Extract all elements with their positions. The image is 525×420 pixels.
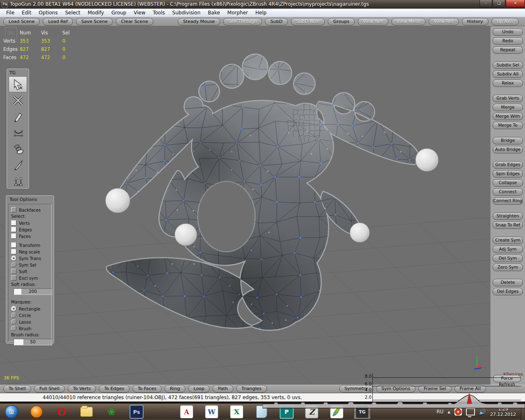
option-lasso[interactable]: Lasso — [11, 319, 51, 325]
toggle-history[interactable]: History — [462, 18, 488, 25]
rp-btn-connect-ring[interactable]: Connect Ring — [493, 197, 523, 205]
maximize-button[interactable]: ❏ — [493, 0, 505, 7]
bb-btn-path[interactable]: Path — [212, 385, 233, 393]
option-sym-sel[interactable]: Sym Sel — [11, 262, 51, 268]
slider-200[interactable]: 200 — [14, 288, 52, 295]
checkbox-edges[interactable] — [11, 227, 16, 232]
rp-btn-bridge[interactable]: Bridge — [493, 137, 523, 144]
radio-sym-sel[interactable] — [11, 262, 16, 267]
checkbox-verts[interactable] — [11, 220, 16, 226]
bb-btn-to-faces[interactable]: To Faces — [132, 385, 162, 393]
checkbox-transform[interactable] — [11, 242, 16, 248]
option-neg-scale[interactable]: Neg scale — [11, 249, 51, 255]
radio-sym-trans[interactable] — [11, 256, 16, 261]
rp-btn-collapse[interactable]: Collapse — [493, 179, 523, 187]
taskbar-icon-feather[interactable] — [329, 405, 345, 419]
option-backfaces[interactable]: Backfaces — [11, 207, 51, 213]
menu-item-group[interactable]: Group — [107, 9, 130, 16]
extrude-tool[interactable] — [9, 172, 27, 188]
slider-50[interactable]: 50 — [14, 339, 52, 345]
toggle-steady-mouse[interactable]: Steady Mouse — [178, 18, 220, 25]
clock[interactable]: 1:29 27.12.2012 — [490, 406, 516, 417]
menu-item-options[interactable]: Options — [35, 9, 61, 16]
brush-tool[interactable] — [9, 156, 27, 172]
rp-btn-merge[interactable]: Merge — [493, 104, 523, 111]
rp-btn-subdiv-sel[interactable]: Subdiv Sel — [493, 62, 523, 69]
option-circle[interactable]: Circle — [11, 312, 51, 318]
rp-btn-grab-edges[interactable]: Grab Edges — [493, 161, 523, 169]
toggle-view-mesh[interactable]: View Mesh — [391, 18, 426, 25]
create-pencil-tool[interactable] — [9, 108, 27, 124]
menu-item-modify[interactable]: Modify — [84, 9, 108, 16]
bb-btn-to-shell[interactable]: To Shell — [3, 385, 31, 393]
toggle-groups[interactable]: Groups — [328, 18, 354, 25]
option-faces[interactable]: Faces — [11, 233, 51, 239]
btn-save-scene[interactable]: Save Scene — [76, 18, 113, 25]
checkbox-faces[interactable] — [11, 233, 16, 239]
menu-item-bake[interactable]: Bake — [204, 9, 224, 16]
bb-btn-to-verts[interactable]: To Verts — [68, 385, 96, 393]
select-move-tool[interactable] — [9, 76, 27, 92]
show-desktop-button[interactable] — [521, 404, 525, 420]
btn-load-scene[interactable]: Load Scene — [3, 18, 40, 25]
rp-btn-snap-to-ref[interactable]: Snap To Ref — [493, 221, 523, 229]
option-sym-trans[interactable]: Sym Trans — [11, 255, 51, 261]
language-indicator[interactable]: RU — [436, 409, 443, 415]
menu-item-edit[interactable]: Edit — [18, 9, 35, 16]
force-refresh-button[interactable]: Force Refresh — [493, 375, 521, 382]
rp-btn-relax[interactable]: Relax — [493, 80, 523, 87]
checkbox-soft[interactable] — [11, 269, 16, 274]
menu-item-file[interactable]: File — [2, 9, 18, 16]
rp-btn-adj-sym[interactable]: Adj Sym — [493, 246, 523, 253]
option-edges[interactable]: Edges — [11, 226, 51, 233]
taskbar-icon-zbrush[interactable]: Z — [304, 405, 320, 419]
toggle-see-through[interactable]: See Through — [223, 18, 262, 25]
rp-btn-grab-verts[interactable]: Grab Verts — [493, 95, 523, 102]
taskbar-icon-flower[interactable]: ❀ — [103, 405, 120, 419]
radio-rectangle[interactable] — [11, 306, 16, 311]
toggle-view-ref[interactable]: View Ref — [429, 18, 459, 25]
bb-btn-to-edges[interactable]: To Edges — [99, 385, 130, 393]
radio-brush[interactable] — [11, 326, 16, 331]
rp-btn-spin-edges[interactable]: Spin Edges — [493, 170, 523, 178]
rp-btn-redo[interactable]: Redo — [493, 37, 523, 45]
bb-btn-sym-options[interactable]: Sym Options — [376, 385, 415, 393]
bb-btn-triangles[interactable]: Triangles — [236, 385, 267, 393]
rp-btn-subdiv-all[interactable]: Subdiv All — [493, 71, 523, 78]
radio-circle[interactable] — [11, 313, 16, 318]
rp-btn-del-edges[interactable]: Del Edges — [493, 288, 523, 295]
rp-btn-repeat[interactable]: Repeat — [493, 46, 523, 54]
menu-item-view[interactable]: View — [130, 9, 149, 16]
rp-btn-merge-to[interactable]: Merge To — [493, 122, 523, 129]
option-verts[interactable]: Verts — [11, 220, 51, 226]
option-transform[interactable]: Transform — [11, 242, 51, 248]
bb-btn-loop[interactable]: Loop — [188, 385, 210, 393]
option-rectangle[interactable]: Rectangle — [11, 306, 51, 312]
checkbox-backfaces[interactable] — [11, 207, 16, 212]
toggle-up-axis[interactable]: Up Axis — [491, 18, 519, 25]
bb-btn-ring[interactable]: Ring — [164, 385, 185, 393]
gadget-tray-icon[interactable] — [454, 408, 462, 415]
option-soft[interactable]: Soft — [11, 268, 51, 274]
bb-btn-frame-sel[interactable]: Frame Sel — [418, 385, 452, 393]
btn-clear-scene[interactable]: Clear Scene — [116, 18, 153, 25]
title-bar[interactable]: TG TopoGun 2.00 BETA1 W64 (NODELOCKED LI… — [0, 0, 525, 9]
menu-item-help[interactable]: Help — [251, 9, 270, 16]
taskbar-icon-acrobat[interactable]: A — [178, 405, 195, 419]
menu-item-subdivision[interactable]: Subdivision — [169, 9, 204, 16]
taskbar-icon-word[interactable]: W — [203, 405, 220, 419]
rp-btn-connect[interactable]: Connect — [493, 188, 523, 196]
minimize-button[interactable]: – — [479, 0, 492, 7]
rp-btn-straighten[interactable]: Straighten — [493, 212, 523, 220]
taskbar-icon-sticky-notes[interactable] — [153, 405, 170, 419]
checkbox-excl-sym[interactable] — [11, 275, 16, 281]
rp-btn-auto-bridge[interactable]: Auto Bridge — [493, 146, 523, 153]
taskbar-icon-publisher[interactable]: P — [278, 405, 295, 419]
rp-btn-delete[interactable]: Delete — [493, 279, 523, 286]
option-brush[interactable]: Brush — [11, 325, 51, 331]
delete-tool[interactable] — [9, 92, 27, 108]
mesh-scene[interactable] — [0, 26, 490, 385]
bridge-tool[interactable] — [9, 124, 27, 140]
toggle-subd-wire[interactable]: SubD Wire — [291, 18, 325, 25]
close-button[interactable]: ✕ — [506, 0, 525, 7]
